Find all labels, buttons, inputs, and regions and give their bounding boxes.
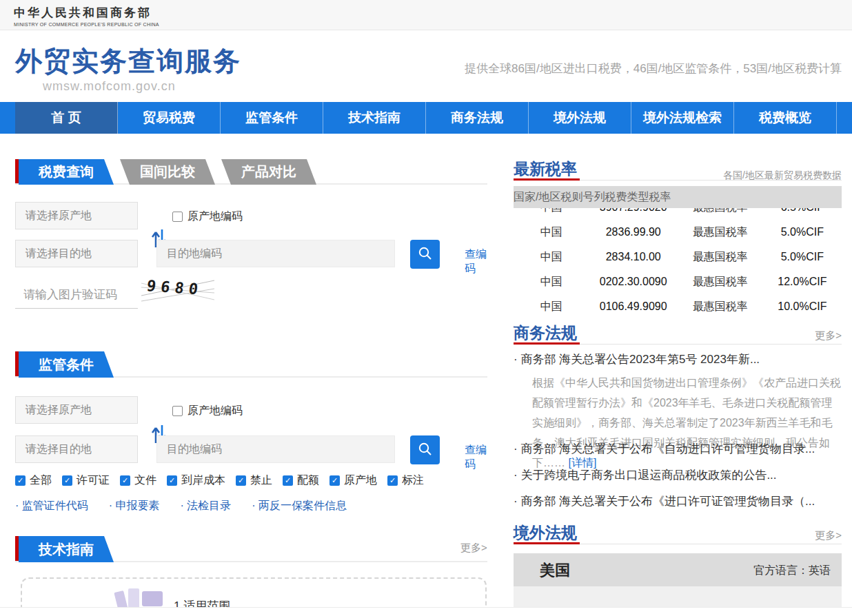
quick-link[interactable]: · 法检目录: [181, 499, 232, 513]
nav-item[interactable]: 技术指南: [323, 102, 426, 134]
checkbox-unchecked-icon: [172, 212, 183, 222]
commerce-law-featured-title[interactable]: · 商务部 海关总署公告2023年第5号 2023年新...: [514, 351, 842, 367]
commerce-law-item[interactable]: · 关于跨境电子商务出口退运商品税收政策的公告...: [514, 467, 842, 483]
filter-checkbox[interactable]: ✓ 原产地: [329, 473, 377, 488]
nav-item[interactable]: 商务法规: [426, 102, 529, 134]
commerce-laws-title: 商务法规: [514, 322, 577, 344]
commerce-laws-more-link[interactable]: 更多>: [815, 329, 842, 342]
rates-table-rows: 中国 3907.29.9020 最惠国税率 6.5%CIF 中国 2836.99…: [514, 208, 842, 317]
bottom-strip: [0, 607, 852, 616]
rate-row: 中国 2834.10.00 最惠国税率 5.0%CIF: [514, 245, 842, 269]
filter-checkbox[interactable]: ✓ 配额: [283, 473, 319, 488]
country-language: 官方语言：英语: [753, 564, 831, 578]
tax-query-tabs: 税费查询 国间比较 产品对比: [19, 159, 316, 185]
filter-checkbox[interactable]: ✓ 文件: [120, 473, 156, 488]
ministry-name-en: MINISTRY OF COMMERCE PEOPLE'S REPUBLIC O…: [14, 22, 159, 27]
tab-country-compare[interactable]: 国间比较: [120, 159, 215, 185]
rates-column-header: 税率: [649, 190, 671, 205]
commerce-law-item[interactable]: · 商务部 海关总署关于公布《进口许可证管理货物目录（...: [514, 493, 842, 509]
checkbox-checked-icon: ✓: [329, 475, 340, 486]
foreign-laws-country-body: [514, 586, 842, 607]
quick-link[interactable]: · 两反一保案件信息: [252, 499, 347, 513]
checkbox-checked-icon: ✓: [167, 475, 177, 486]
nav-item[interactable]: 税费概览: [734, 102, 837, 134]
supervision-destination-select[interactable]: 请选择目的地: [15, 435, 138, 463]
site-tagline: 提供全球86国/地区进出口税费，46国/地区监管条件，53国/地区税费计算: [465, 61, 842, 76]
supervision-destination-code-input[interactable]: [156, 435, 395, 463]
site-domain: wmsw.mofcom.gov.cn: [43, 79, 176, 94]
captcha-image[interactable]: 9680: [141, 275, 214, 305]
filter-checkbox[interactable]: ✓ 许可证: [62, 473, 110, 488]
rate-row: 中国 2836.99.90 最惠国税率 5.0%CIF: [514, 220, 842, 245]
nav-item[interactable]: 监管条件: [221, 102, 323, 134]
rates-table-viewport: 中国 3907.29.9020 最惠国税率 6.5%CIF 中国 2836.99…: [514, 208, 842, 317]
nav-items: 首 页 贸易税费 监管条件 技术指南 商务法规 境外法规 境外法规检索 税费概览: [0, 102, 852, 134]
ministry-topbar: 中华人民共和国商务部 MINISTRY OF COMMERCE PEOPLE'S…: [0, 0, 852, 30]
origin-code-checkbox[interactable]: 原产地编码: [172, 209, 243, 224]
filter-checkbox[interactable]: ✓ 到岸成本: [167, 473, 225, 488]
rate-row: 中国 0202.30.0090 最惠国税率 12.0%CIF: [514, 269, 842, 294]
commerce-laws-rule: [514, 344, 842, 345]
origin-select[interactable]: 请选择原产地: [15, 202, 138, 229]
tab-product-compare[interactable]: 产品对比: [221, 159, 316, 185]
search-icon: [418, 246, 433, 261]
filter-checkbox[interactable]: ✓ 全部: [15, 473, 52, 488]
quick-link[interactable]: · 申报要素: [109, 499, 160, 513]
destination-select[interactable]: 请选择目的地: [15, 240, 138, 267]
rates-column-header: 税费类型: [605, 190, 649, 205]
nav-item[interactable]: 境外法规检索: [631, 102, 734, 134]
commerce-law-featured-summary: 根据《中华人民共和国货物进出口管理条例》《农产品进口关税配额管理暂行办法》和《2…: [532, 373, 842, 473]
supervision-code-lookup-link[interactable]: 查编码: [465, 443, 487, 472]
search-button[interactable]: [410, 240, 440, 269]
quick-link[interactable]: · 监管证件代码: [15, 499, 88, 513]
latest-rates-rule: [514, 180, 842, 181]
checkbox-checked-icon: ✓: [283, 475, 293, 486]
tab-tax-query[interactable]: 税费查询: [19, 159, 114, 185]
ministry-logo: 中华人民共和国商务部 MINISTRY OF COMMERCE PEOPLE'S…: [14, 5, 159, 27]
nav-item[interactable]: 首 页: [15, 102, 118, 134]
supervision-form: 请选择原产地 原产地编码 请选择目的地 查编码: [15, 396, 487, 465]
ministry-name-cn: 中华人民共和国商务部: [14, 5, 159, 21]
supervision-filters: ✓ 全部 ✓ 许可证 ✓ 文件 ✓ 到岸成本 ✓ 禁止: [15, 473, 424, 488]
tech-guide-section-title: 技术指南: [19, 536, 114, 562]
supervision-origin-code-checkbox[interactable]: 原产地编码: [172, 404, 243, 418]
supervision-origin-select[interactable]: 请选择原产地: [15, 396, 138, 424]
foreign-laws-country-card[interactable]: 美国 官方语言：英语: [514, 553, 842, 586]
supervision-section-title: 监管条件: [19, 351, 114, 378]
filter-checkbox[interactable]: ✓ 禁止: [236, 473, 272, 488]
site-title: 外贸实务查询服务: [15, 43, 241, 80]
rates-column-header: 国家/地区: [514, 190, 560, 205]
page: 中华人民共和国商务部 MINISTRY OF COMMERCE PEOPLE'S…: [0, 0, 852, 616]
checkbox-checked-icon: ✓: [62, 475, 72, 486]
nav-item[interactable]: 境外法规: [529, 102, 631, 134]
rate-row: 中国 3907.29.9020 最惠国税率 6.5%CIF: [514, 208, 842, 220]
tax-query-form: 请选择原产地 原产地编码 请选择目的地 查编码 9680: [15, 202, 487, 319]
foreign-laws-title: 境外法规: [514, 522, 577, 544]
checkbox-checked-icon: ✓: [15, 475, 26, 486]
search-icon: [418, 442, 433, 457]
tech-guide-more-link[interactable]: 更多>: [460, 542, 487, 555]
rate-row: 中国 0106.49.9090 最惠国税率 10.0%CIF: [514, 294, 842, 317]
tech-guide-accent-bar: [15, 536, 19, 562]
supervision-search-button[interactable]: [410, 435, 440, 464]
commerce-law-item[interactable]: · 商务部 海关总署关于公布《自动进口许可管理货物目录...: [514, 441, 842, 457]
destination-code-input[interactable]: [156, 240, 395, 267]
rates-table-header: 国家/地区 税则号列 税费类型 税率: [514, 186, 842, 208]
main-nav: 首 页 贸易税费 监管条件 技术指南 商务法规 境外法规 境外法规检索 税费概览: [0, 102, 852, 134]
latest-rates-title: 最新税率: [514, 158, 577, 180]
nav-item[interactable]: 贸易税费: [118, 102, 221, 134]
rates-column-header: 税则号列: [560, 190, 605, 205]
country-name: 美国: [540, 560, 570, 581]
captcha-input[interactable]: [15, 281, 138, 309]
filter-checkbox[interactable]: ✓ 标注: [387, 473, 424, 488]
checkbox-checked-icon: ✓: [236, 475, 246, 486]
checkbox-unchecked-icon: [172, 406, 183, 416]
checkbox-checked-icon: ✓: [120, 475, 130, 486]
foreign-laws-more-link[interactable]: 更多>: [815, 529, 842, 542]
supervision-accent-bar: [15, 351, 19, 378]
code-lookup-link[interactable]: 查编码: [465, 247, 487, 276]
supervision-quick-links: · 监管证件代码 · 申报要素 · 法检目录 · 两反一保案件信息: [15, 499, 347, 513]
checkbox-checked-icon: ✓: [387, 475, 398, 486]
foreign-laws-rule: [514, 544, 842, 544]
